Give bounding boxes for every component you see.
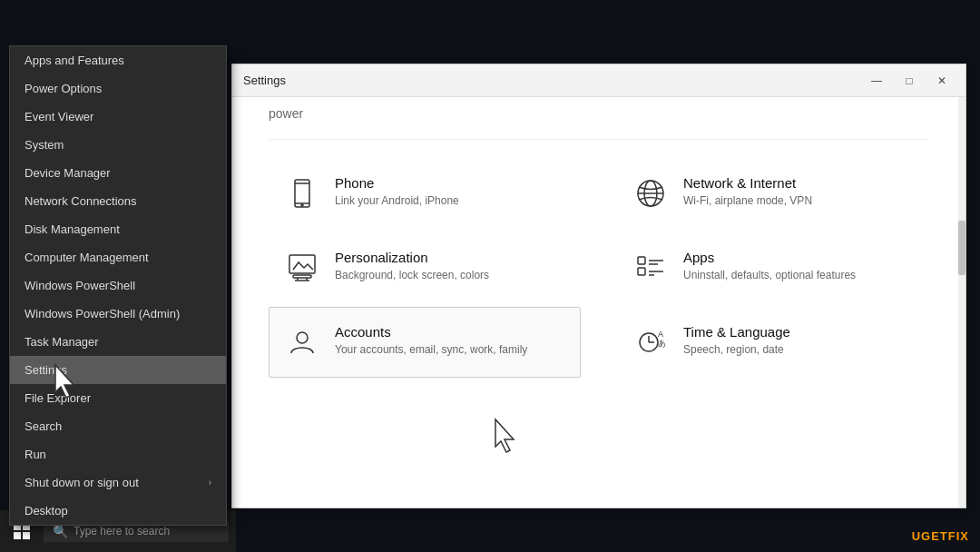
scrollbar[interactable]: [958, 97, 965, 508]
tile-text-phone: PhoneLink your Android, iPhone: [335, 175, 459, 209]
svg-rect-7: [289, 255, 315, 273]
settings-tile-phone[interactable]: PhoneLink your Android, iPhone: [269, 158, 581, 229]
tile-title-time: Time & Language: [683, 324, 790, 340]
settings-tile-time[interactable]: A あ Time & LanguageSpeech, region, date: [617, 307, 929, 378]
settings-tile-personalization[interactable]: PersonalizationBackground, lock screen, …: [269, 232, 581, 303]
menu-item-label: Device Manager: [24, 166, 111, 180]
tile-subtitle-phone: Link your Android, iPhone: [335, 193, 459, 209]
settings-tile-apps[interactable]: AppsUninstall, defaults, optional featur…: [617, 232, 929, 303]
menu-item-windows-powershell-admin[interactable]: Windows PowerShell (Admin): [10, 300, 226, 328]
tile-title-network: Network & Internet: [683, 175, 812, 191]
tile-subtitle-network: Wi-Fi, airplane mode, VPN: [683, 193, 812, 209]
watermark-suffix: FIX: [948, 529, 969, 543]
menu-item-label: Apps and Features: [24, 54, 124, 67]
svg-text:あ: あ: [658, 339, 666, 348]
svg-point-18: [297, 332, 308, 343]
menu-item-label: Event Viewer: [24, 110, 93, 123]
menu-item-network-connections[interactable]: Network Connections: [10, 187, 226, 215]
menu-item-system[interactable]: System: [10, 131, 226, 159]
menu-item-label: Search: [24, 419, 62, 433]
menu-item-apps-and-features[interactable]: Apps and Features: [10, 46, 226, 74]
menu-item-label: Computer Management: [24, 251, 149, 264]
menu-item-task-manager[interactable]: Task Manager: [10, 328, 226, 356]
menu-item-label: Disk Management: [24, 222, 120, 236]
svg-rect-26: [14, 532, 21, 539]
accounts-icon: [284, 324, 320, 360]
window-title: Settings: [243, 74, 286, 87]
menu-item-shut-down[interactable]: Shut down or sign out›: [10, 468, 226, 497]
network-icon: [632, 175, 669, 212]
tile-subtitle-time: Speech, region, date: [683, 342, 790, 358]
settings-content: power PhoneLink your Android, iPhone Net…: [232, 97, 965, 508]
settings-window: Settings — □ ✕ power PhoneLink your Andr…: [231, 64, 966, 508]
context-menu: Apps and FeaturesPower OptionsEvent View…: [9, 45, 227, 526]
watermark-highlight: GET: [921, 529, 948, 543]
tile-subtitle-apps: Uninstall, defaults, optional features: [683, 268, 856, 283]
minimize-button[interactable]: —: [864, 72, 889, 90]
phone-icon: [284, 175, 320, 212]
menu-item-device-manager[interactable]: Device Manager: [10, 159, 226, 187]
settings-tile-network[interactable]: Network & InternetWi-Fi, airplane mode, …: [617, 158, 929, 229]
menu-item-label: Run: [24, 448, 46, 461]
menu-item-label: Settings: [24, 363, 67, 377]
menu-item-windows-powershell[interactable]: Windows PowerShell: [10, 271, 226, 300]
tile-subtitle-accounts: Your accounts, email, sync, work, family: [335, 342, 527, 358]
menu-item-label: Power Options: [24, 82, 102, 95]
close-button[interactable]: ✕: [929, 72, 955, 90]
menu-item-desktop[interactable]: Desktop: [10, 497, 226, 525]
menu-item-label: Windows PowerShell: [24, 279, 135, 292]
tile-text-time: Time & LanguageSpeech, region, date: [683, 324, 790, 358]
tile-title-personalization: Personalization: [335, 250, 489, 265]
search-icon: 🔍: [53, 524, 68, 538]
menu-item-search[interactable]: Search: [10, 412, 226, 440]
svg-rect-27: [23, 532, 30, 539]
maximize-button[interactable]: □: [897, 72, 922, 90]
svg-point-3: [301, 204, 303, 206]
tile-title-phone: Phone: [335, 175, 459, 191]
tile-text-apps: AppsUninstall, defaults, optional featur…: [683, 250, 856, 283]
tile-text-personalization: PersonalizationBackground, lock screen, …: [335, 250, 489, 283]
watermark-prefix: U: [912, 529, 921, 543]
title-bar: Settings — □ ✕: [232, 64, 965, 97]
menu-item-event-viewer[interactable]: Event Viewer: [10, 103, 226, 131]
time-icon: A あ: [632, 324, 669, 360]
submenu-arrow-icon: ›: [209, 478, 211, 488]
menu-item-label: Network Connections: [24, 194, 137, 208]
svg-text:A: A: [658, 330, 663, 339]
menu-item-label: Desktop: [24, 504, 68, 518]
search-placeholder: Type here to search: [74, 525, 170, 537]
watermark: UGETFIX: [912, 529, 969, 543]
menu-item-run[interactable]: Run: [10, 440, 226, 468]
menu-item-label: System: [24, 138, 64, 152]
menu-item-power-options[interactable]: Power Options: [10, 74, 226, 103]
tile-subtitle-personalization: Background, lock screen, colors: [335, 268, 489, 283]
settings-tile-accounts[interactable]: AccountsYour accounts, email, sync, work…: [269, 307, 581, 378]
menu-item-file-explorer[interactable]: File Explorer: [10, 384, 226, 412]
menu-item-computer-management[interactable]: Computer Management: [10, 243, 226, 271]
svg-rect-8: [293, 275, 311, 278]
desktop: Apps and FeaturesPower OptionsEvent View…: [0, 0, 980, 552]
tile-title-apps: Apps: [683, 250, 856, 265]
settings-grid: PhoneLink your Android, iPhone Network &…: [269, 158, 929, 378]
menu-item-settings[interactable]: Settings: [10, 356, 226, 384]
tile-text-network: Network & InternetWi-Fi, airplane mode, …: [683, 175, 812, 209]
apps-icon: [632, 250, 669, 286]
tile-text-accounts: AccountsYour accounts, email, sync, work…: [335, 324, 527, 358]
tile-title-accounts: Accounts: [335, 324, 527, 340]
menu-item-label: Windows PowerShell (Admin): [24, 307, 180, 320]
window-controls: — □ ✕: [864, 72, 955, 90]
menu-item-label: Task Manager: [24, 335, 99, 349]
menu-item-label: File Explorer: [24, 391, 91, 405]
scrollbar-thumb[interactable]: [958, 221, 965, 275]
menu-item-disk-management[interactable]: Disk Management: [10, 215, 226, 243]
svg-rect-13: [638, 268, 645, 275]
personalization-icon: [284, 250, 320, 286]
partial-label: power: [269, 97, 929, 140]
svg-rect-12: [638, 257, 645, 264]
menu-item-label: Shut down or sign out: [24, 476, 139, 489]
